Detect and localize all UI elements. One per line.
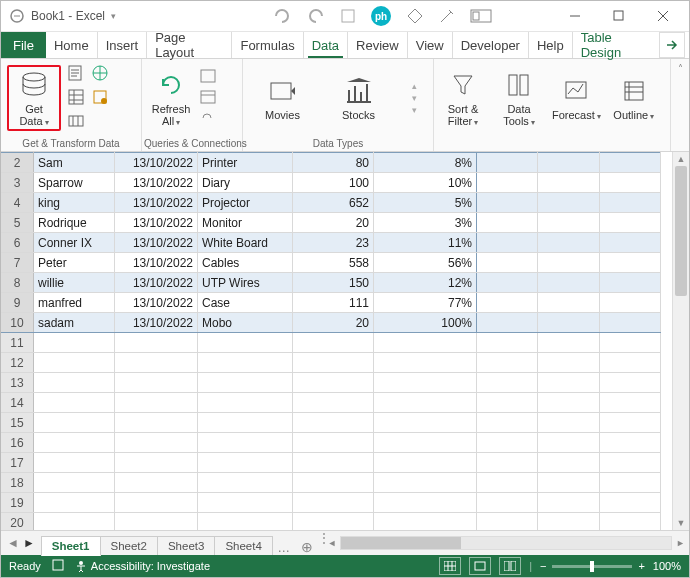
table-row[interactable]: 15 [1,413,661,433]
cell[interactable] [599,453,660,473]
queries-icon[interactable] [200,69,216,86]
cell[interactable] [477,273,538,293]
cell[interactable]: 23 [293,233,374,253]
cell[interactable]: 150 [293,273,374,293]
cell[interactable] [538,373,599,393]
cell[interactable]: 558 [293,253,374,273]
cell[interactable] [599,173,660,193]
row-header[interactable]: 18 [1,473,34,493]
sheet-tab-more[interactable]: ... [272,539,296,555]
cell[interactable] [599,473,660,493]
cell[interactable] [477,373,538,393]
vertical-scrollbar[interactable]: ▲ ▼ [672,152,689,530]
cell[interactable] [477,153,538,173]
datatype-scroll-up[interactable]: ▴ [412,81,417,91]
sheet-nav-next[interactable]: ► [23,536,35,550]
macro-record-icon[interactable] [51,558,65,574]
row-header[interactable]: 7 [1,253,34,273]
cell[interactable] [477,493,538,513]
cell[interactable]: 20 [293,213,374,233]
cell[interactable]: Diary [198,173,293,193]
table-row[interactable]: 2 Sam 13/10/2022 Printer 80 8% [1,153,661,173]
cell[interactable] [115,453,198,473]
cell[interactable] [115,433,198,453]
cell[interactable]: Case [198,293,293,313]
horizontal-scrollbar[interactable]: ◄ ► [324,531,689,555]
cell[interactable] [599,333,660,353]
properties-icon[interactable] [200,90,216,107]
forecast-button[interactable]: Forecast▾ [552,75,601,122]
cell[interactable]: 13/10/2022 [115,233,198,253]
normal-view-button[interactable] [439,557,461,575]
ribbon-display-icon[interactable] [470,9,492,23]
cell[interactable] [477,313,538,333]
cell[interactable]: 56% [374,253,477,273]
scroll-up-icon[interactable]: ▲ [673,152,689,166]
cell[interactable]: 77% [374,293,477,313]
cell[interactable] [477,353,538,373]
cell[interactable] [538,433,599,453]
tab-review[interactable]: Review [347,32,407,58]
cell[interactable]: 20 [293,313,374,333]
tab-table-design[interactable]: Table Design [572,32,659,58]
recent-sources-icon[interactable] [91,88,109,108]
table-row[interactable]: 19 [1,493,661,513]
qat-wand-icon[interactable] [438,7,456,25]
stocks-datatype[interactable]: Stocks [336,75,382,121]
cell[interactable] [374,453,477,473]
data-tools-button[interactable]: Data Tools▾ [496,69,542,128]
hscroll-thumb[interactable] [341,537,461,549]
cell[interactable]: UTP Wires [198,273,293,293]
cell[interactable]: 13/10/2022 [115,153,198,173]
sheet-tab-4[interactable]: Sheet4 [214,536,272,555]
datatype-more[interactable]: ▾ [412,105,417,115]
cell[interactable] [34,333,115,353]
cell[interactable] [115,393,198,413]
cell[interactable] [293,453,374,473]
cell[interactable] [599,313,660,333]
tab-developer[interactable]: Developer [452,32,528,58]
table-row[interactable]: 14 [1,393,661,413]
cell[interactable]: 100% [374,313,477,333]
tab-file[interactable]: File [1,32,46,58]
hscroll-left[interactable]: ◄ [328,538,337,548]
cell[interactable] [599,273,660,293]
cell[interactable] [198,333,293,353]
cell[interactable] [34,473,115,493]
maximize-button[interactable] [599,2,639,30]
cell[interactable] [477,173,538,193]
cell[interactable] [34,433,115,453]
cell[interactable] [198,453,293,473]
cell[interactable] [477,513,538,531]
cell[interactable] [538,493,599,513]
cell[interactable] [538,393,599,413]
cell[interactable] [34,513,115,531]
page-layout-view-button[interactable] [469,557,491,575]
cell[interactable] [198,473,293,493]
cell[interactable] [477,213,538,233]
cell[interactable] [293,513,374,531]
cell[interactable]: 11% [374,233,477,253]
table-row[interactable]: 11 [1,333,661,353]
cell[interactable]: willie [34,273,115,293]
cell[interactable] [198,513,293,531]
row-header[interactable]: 10 [1,313,34,333]
table-row[interactable]: 20 [1,513,661,531]
cell[interactable] [293,413,374,433]
cell[interactable] [374,353,477,373]
zoom-out-button[interactable]: − [540,560,546,572]
row-header[interactable]: 15 [1,413,34,433]
cell[interactable]: 13/10/2022 [115,253,198,273]
cell[interactable] [198,373,293,393]
cell[interactable] [34,393,115,413]
cell[interactable] [293,393,374,413]
title-dropdown-icon[interactable]: ▾ [111,11,116,21]
cell[interactable] [293,333,374,353]
cell[interactable] [293,493,374,513]
cell[interactable] [477,393,538,413]
cell[interactable] [599,413,660,433]
cell[interactable] [477,453,538,473]
cell[interactable] [538,473,599,493]
scrollbar-thumb[interactable] [675,166,687,296]
cell[interactable] [115,493,198,513]
